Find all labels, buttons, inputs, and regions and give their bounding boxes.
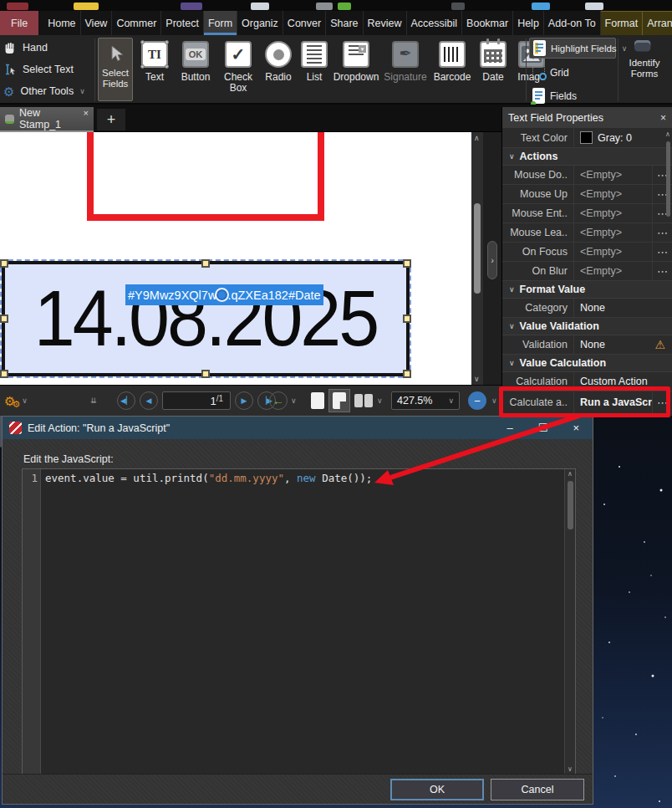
color-swatch[interactable]: [580, 131, 593, 144]
grid-toggle[interactable]: Grid: [529, 62, 616, 83]
qat-icon[interactable]: [532, 3, 550, 10]
panel-scrollbar[interactable]: ∧ ∨: [664, 130, 672, 414]
tab-view[interactable]: View: [81, 11, 113, 35]
checkbox-field-button[interactable]: ✓ Check Box: [217, 38, 259, 94]
section-value-calculation[interactable]: ∨Value Calculation: [502, 355, 672, 372]
continuous-layout-button[interactable]: [328, 389, 350, 412]
section-format-value[interactable]: ∨Format Value: [502, 281, 672, 299]
close-icon[interactable]: ×: [573, 422, 579, 434]
tab-format[interactable]: Format: [601, 11, 644, 35]
cancel-button[interactable]: Cancel: [491, 779, 584, 800]
resize-handle[interactable]: [201, 259, 210, 268]
tab-protect[interactable]: Protect: [161, 11, 204, 35]
tab-review[interactable]: Review: [364, 11, 407, 35]
ok-button[interactable]: OK: [390, 779, 484, 800]
mouse-leave-row[interactable]: Mouse Lea.. <Empty> ⋯: [502, 223, 672, 243]
barcode-field-button[interactable]: Barcode: [430, 38, 475, 94]
status-options-button[interactable]: ⚙ ⚙ ∨: [4, 386, 28, 416]
section-actions[interactable]: ∨Actions: [502, 148, 672, 166]
maximize-icon[interactable]: ☐: [538, 422, 548, 434]
tab-close-icon[interactable]: ×: [84, 107, 89, 118]
new-tab-button[interactable]: +: [97, 109, 125, 130]
qat-folder-icon[interactable]: [74, 3, 99, 10]
resize-handle[interactable]: [403, 370, 411, 378]
javascript-editor[interactable]: 1 event.value = util.printd("dd.mm.yyyy"…: [22, 468, 576, 775]
tab-arrange[interactable]: Arrange: [643, 11, 672, 35]
qat-icon[interactable]: [7, 3, 28, 10]
chevron-down-icon[interactable]: ∨: [491, 396, 497, 405]
tab-addon-tools[interactable]: Add-on To: [544, 11, 601, 35]
panel-splitter[interactable]: ›: [483, 132, 501, 385]
select-fields-button[interactable]: Select Fields: [98, 38, 133, 101]
on-blur-row[interactable]: On Blur <Empty> ⋯: [502, 262, 672, 281]
scroll-up-icon[interactable]: ∧: [474, 134, 480, 142]
tab-share[interactable]: Share: [326, 11, 363, 35]
qat-icon[interactable]: [251, 3, 269, 10]
scrollbar-thumb[interactable]: [474, 203, 481, 294]
previous-view-button[interactable]: ←: [269, 391, 288, 410]
two-page-layout-button[interactable]: [354, 394, 373, 407]
chevron-down-icon[interactable]: ∨: [377, 396, 383, 405]
tab-home[interactable]: Home: [43, 11, 80, 35]
scroll-up-icon[interactable]: ∧: [568, 470, 573, 478]
tab-form[interactable]: Form: [204, 11, 237, 35]
chevron-down-icon[interactable]: ∨: [291, 396, 297, 405]
mouse-down-row[interactable]: Mouse Do.. <Empty> ⋯: [502, 166, 672, 185]
tab-accessibility[interactable]: Accessibil: [407, 11, 463, 35]
panel-close-icon[interactable]: ×: [660, 112, 666, 124]
mouse-enter-row[interactable]: Mouse Ent.. <Empty> ⋯: [502, 204, 672, 223]
identify-forms-button[interactable]: Identify Forms: [620, 38, 669, 79]
tab-help[interactable]: Help: [513, 11, 544, 35]
resize-handle[interactable]: [0, 259, 8, 268]
resize-handle[interactable]: [0, 315, 8, 323]
tab-convert[interactable]: Conver: [283, 11, 326, 35]
next-page-button[interactable]: ▶: [235, 391, 253, 410]
highlight-fields-toggle[interactable]: Highlight Fields ∨: [529, 38, 616, 59]
qat-icon[interactable]: [585, 3, 603, 10]
scroll-down-icon[interactable]: ∨: [474, 375, 480, 383]
editor-scrollbar[interactable]: ∧ ∨: [564, 469, 575, 774]
minimize-icon[interactable]: –: [507, 422, 513, 434]
qat-icon[interactable]: [451, 3, 465, 10]
scrollbar-thumb[interactable]: [666, 141, 670, 217]
category-row[interactable]: Category None: [502, 299, 672, 318]
scroll-up-icon[interactable]: ∧: [665, 130, 670, 138]
tab-organize[interactable]: Organiz: [237, 11, 283, 35]
first-page-button[interactable]: ◀▏: [117, 391, 135, 410]
zoom-out-button[interactable]: −: [468, 391, 486, 410]
tab-bookmarks[interactable]: Bookmar: [462, 11, 513, 35]
resize-handle[interactable]: [0, 370, 8, 378]
zoom-level-select[interactable]: 427.5% ∨: [391, 391, 460, 410]
dialog-title-bar[interactable]: Edit Action: "Run a JavaScript" – ☐ ×: [3, 417, 593, 439]
document-scrollbar[interactable]: ∧ ∨: [471, 132, 483, 385]
date-field-button[interactable]: Date: [475, 38, 512, 94]
scroll-down-icon[interactable]: ∨: [568, 765, 573, 773]
qat-icon[interactable]: [181, 3, 202, 10]
scrollbar-thumb[interactable]: [568, 481, 573, 529]
resize-handle[interactable]: [201, 370, 210, 378]
text-field-button[interactable]: TI Text: [135, 38, 174, 94]
text-color-row[interactable]: Text Color Gray: 0: [502, 128, 672, 148]
fields-panel-toggle[interactable]: Fields: [529, 85, 616, 106]
code-text[interactable]: event.value = util.printd("dd.mm.yyyy", …: [41, 469, 564, 774]
document-canvas[interactable]: 14.08.2025 #Y9Mwz9XQl7w.qZXEa182#Date ∧ …: [0, 132, 483, 385]
validation-row[interactable]: Validation None ⚠: [502, 335, 672, 355]
document-tab[interactable]: New Stamp_1 ×: [0, 107, 94, 132]
hand-tool[interactable]: Hand: [3, 38, 92, 58]
resize-handle[interactable]: [403, 259, 411, 268]
mouse-up-row[interactable]: Mouse Up <Empty> ⋯: [502, 185, 672, 204]
resize-handle[interactable]: [403, 315, 411, 323]
previous-page-button[interactable]: ◀: [140, 391, 158, 410]
tab-file[interactable]: File: [0, 11, 38, 35]
qat-icon[interactable]: [338, 3, 351, 10]
other-tools-dropdown[interactable]: ⚙ Other Tools ∨: [3, 81, 92, 101]
on-focus-row[interactable]: On Focus <Empty> ⋯: [502, 243, 672, 262]
button-field-button[interactable]: OK Button: [174, 38, 217, 94]
splitter-handle[interactable]: ›: [487, 241, 497, 279]
status-expand-button[interactable]: ⇊: [90, 386, 97, 416]
qat-icon[interactable]: [316, 3, 333, 10]
date-text-field[interactable]: 14.08.2025 #Y9Mwz9XQl7w.qZXEa182#Date: [2, 261, 410, 376]
list-field-button[interactable]: List: [298, 38, 331, 94]
section-value-validation[interactable]: ∨Value Validation: [502, 318, 672, 335]
radio-field-button[interactable]: Radio: [259, 38, 298, 94]
